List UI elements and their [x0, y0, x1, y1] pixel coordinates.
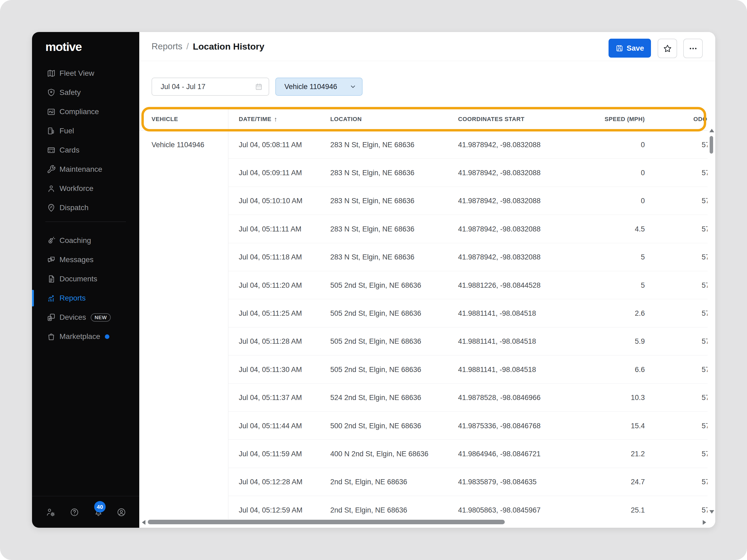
sidebar-item-messages[interactable]: Messages: [32, 250, 139, 269]
horizontal-scrollbar-thumb[interactable]: [148, 520, 505, 524]
cell-coordinates: 41.9878942, -98.0832088: [458, 140, 541, 149]
cell-datetime: Jul 04, 05:11:59 AM: [239, 450, 302, 458]
checklist-icon: [47, 107, 56, 116]
column-header-location[interactable]: LOCATION: [330, 116, 362, 123]
vehicle-filter-dropdown[interactable]: Vehicle 1104946: [275, 78, 363, 96]
table-row[interactable]: Jul 04, 05:11:30 AM 505 2nd St, Elgin, N…: [139, 355, 707, 383]
cell-odometer: 57: [702, 225, 707, 233]
cell-datetime: Jul 04, 05:11:20 AM: [239, 281, 302, 289]
date-range-picker[interactable]: Jul 04 - Jul 17: [152, 78, 269, 96]
date-range-value: Jul 04 - Jul 17: [161, 83, 255, 91]
cell-odometer: 57: [702, 253, 707, 261]
cell-odometer: 57: [702, 309, 707, 318]
floppy-disk-icon: [616, 44, 623, 52]
sidebar-item-reports[interactable]: Reports: [32, 289, 139, 308]
account-circle-icon: [117, 507, 126, 517]
sidebar-item-cards[interactable]: Cards: [32, 140, 139, 160]
sort-ascending-icon[interactable]: ↑: [274, 115, 278, 123]
cell-speed: 5: [551, 281, 645, 289]
table-row[interactable]: Vehicle 1104946 Jul 04, 05:08:11 AM 283 …: [139, 131, 707, 159]
whistle-icon: [47, 236, 56, 245]
vertical-scrollbar-thumb[interactable]: [710, 136, 713, 154]
sidebar-item-devices[interactable]: Devices NEW: [32, 308, 139, 327]
app-card: motive Fleet View Safety: [32, 32, 715, 528]
cell-datetime: Jul 04, 05:08:11 AM: [239, 140, 302, 149]
column-header-speed[interactable]: SPEED (MPH): [551, 116, 645, 123]
star-icon: [663, 44, 672, 53]
sidebar-footer-divider: [32, 496, 139, 496]
table-row[interactable]: Jul 04, 05:11:18 AM 283 N St, Elgin, NE …: [139, 243, 707, 271]
cell-location: 505 2nd St, Elgin, NE 68636: [330, 309, 421, 318]
cell-coordinates: 41.9878942, -98.0832088: [458, 169, 541, 177]
cell-coordinates: 41.9864946, -98.0846721: [458, 450, 541, 458]
table-row[interactable]: Jul 04, 05:11:25 AM 505 2nd St, Elgin, N…: [139, 299, 707, 327]
cell-vehicle: Vehicle 1104946: [152, 140, 204, 149]
cell-coordinates: 41.9835879, -98.084635: [458, 478, 537, 486]
table-row[interactable]: Jul 04, 05:10:10 AM 283 N St, Elgin, NE …: [139, 187, 707, 215]
table-row[interactable]: Jul 04, 05:11:59 AM 400 N 2nd St, Elgin,…: [139, 440, 707, 468]
scroll-down-arrow[interactable]: [710, 510, 714, 514]
sidebar-item-dispatch[interactable]: Dispatch: [32, 198, 139, 217]
save-button[interactable]: Save: [609, 39, 651, 58]
sidebar-item-maintenance[interactable]: Maintenance: [32, 160, 139, 179]
sidebar-item-label: Fuel: [59, 127, 74, 135]
column-header-datetime[interactable]: DATE/TIME ↑: [239, 115, 278, 123]
shopping-bag-icon: [47, 332, 56, 341]
column-header-datetime-label: DATE/TIME: [239, 116, 271, 123]
breadcrumb-parent[interactable]: Reports: [152, 41, 182, 51]
sidebar-item-marketplace[interactable]: Marketplace: [32, 327, 139, 346]
sidebar-item-fuel[interactable]: Fuel: [32, 121, 139, 140]
cell-odometer: 57: [702, 337, 707, 346]
vertical-scrollbar[interactable]: [710, 108, 714, 519]
table-row[interactable]: Jul 04, 05:11:37 AM 524 2nd St, Elgin, N…: [139, 384, 707, 412]
scroll-left-arrow[interactable]: [142, 520, 146, 525]
sidebar-item-documents[interactable]: Documents: [32, 269, 139, 289]
cell-coordinates: 41.9878942, -98.0832088: [458, 225, 541, 233]
cell-coordinates: 41.9878942, -98.0832088: [458, 253, 541, 261]
sidebar-item-fleet-view[interactable]: Fleet View: [32, 64, 139, 83]
cell-datetime: Jul 04, 05:11:11 AM: [239, 225, 302, 233]
table-row[interactable]: Jul 04, 05:12:28 AM 2nd St, Elgin, NE 68…: [139, 468, 707, 496]
table-row[interactable]: Jul 04, 05:11:20 AM 505 2nd St, Elgin, N…: [139, 271, 707, 299]
sidebar-item-label: Workforce: [59, 184, 93, 193]
cell-location: 283 N St, Elgin, NE 68636: [330, 169, 414, 177]
cell-datetime: Jul 04, 05:11:44 AM: [239, 422, 302, 430]
cell-speed: 5.9: [551, 337, 645, 346]
page-title: Location History: [193, 41, 264, 52]
sidebar-item-label: Messages: [59, 256, 94, 264]
cell-coordinates: 41.9881141, -98.084518: [458, 365, 536, 374]
cell-speed: 2.6: [551, 309, 645, 318]
sidebar-item-compliance[interactable]: Compliance: [32, 102, 139, 121]
sidebar-item-label: Coaching: [59, 236, 91, 245]
admin-settings-button[interactable]: [46, 507, 55, 517]
frozen-column-divider: [228, 108, 228, 519]
column-header-vehicle[interactable]: VEHICLE: [152, 116, 178, 123]
sidebar-item-safety[interactable]: Safety: [32, 83, 139, 102]
account-button[interactable]: [117, 507, 126, 517]
cell-speed: 0: [551, 169, 645, 177]
notification-count-badge[interactable]: 40: [94, 501, 106, 512]
cell-location: 400 N 2nd St, Elgin, NE 68636: [330, 450, 429, 458]
chart-icon: [47, 294, 56, 303]
scroll-right-arrow[interactable]: [703, 520, 706, 525]
sidebar-nav-secondary: Coaching Messages Documents: [32, 231, 139, 346]
fuel-pump-icon: [47, 126, 56, 135]
horizontal-scrollbar[interactable]: [139, 519, 707, 526]
sidebar-item-workforce[interactable]: Workforce: [32, 179, 139, 198]
help-button[interactable]: [70, 507, 79, 517]
table-row[interactable]: Jul 04, 05:09:11 AM 283 N St, Elgin, NE …: [139, 159, 707, 187]
sidebar-item-label: Maintenance: [59, 165, 102, 174]
table-row[interactable]: Jul 04, 05:11:44 AM 500 2nd St, Elgin, N…: [139, 412, 707, 440]
table-row[interactable]: Jul 04, 05:12:59 AM 2nd St, Elgin, NE 68…: [139, 496, 707, 519]
more-options-button[interactable]: [683, 39, 703, 58]
sidebar-item-coaching[interactable]: Coaching: [32, 231, 139, 250]
scroll-up-arrow[interactable]: [710, 129, 714, 132]
table-row[interactable]: Jul 04, 05:11:11 AM 283 N St, Elgin, NE …: [139, 215, 707, 243]
cell-odometer: 57: [702, 365, 707, 374]
column-header-coordinates[interactable]: COORDINATES START: [458, 116, 524, 123]
table-row[interactable]: Jul 04, 05:11:28 AM 505 2nd St, Elgin, N…: [139, 327, 707, 355]
favorite-button[interactable]: [658, 39, 677, 58]
column-header-odometer[interactable]: ODOMETER: [693, 116, 707, 123]
cell-datetime: Jul 04, 05:10:10 AM: [239, 197, 303, 205]
cell-odometer: 57: [702, 281, 707, 289]
